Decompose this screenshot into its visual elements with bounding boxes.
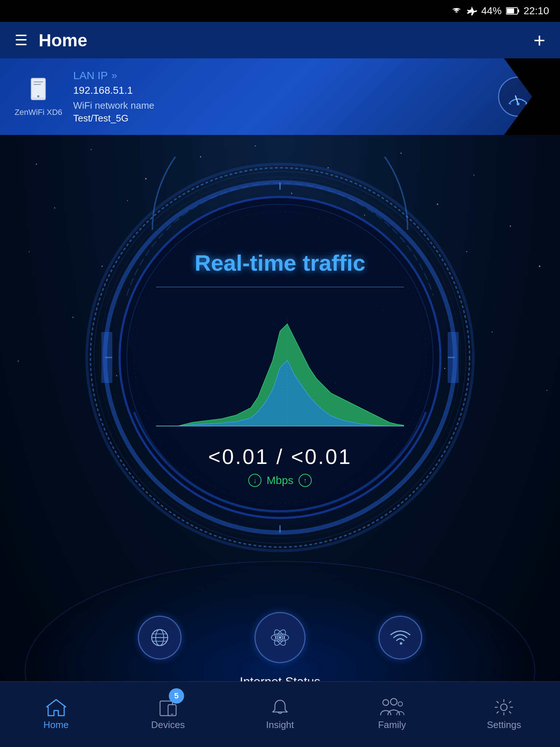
wifi-status-icon bbox=[451, 6, 462, 16]
internet-button[interactable] bbox=[138, 616, 182, 659]
wifi-name-label: WiFi network name bbox=[73, 100, 498, 111]
nav-insight-label: Insight bbox=[266, 719, 294, 731]
traffic-unit-row: ↓ Mbps ↑ bbox=[248, 474, 311, 487]
home-icon bbox=[46, 698, 66, 716]
router-icon bbox=[26, 76, 51, 105]
lan-ip-value: 192.168.51.1 bbox=[73, 85, 498, 96]
battery-text: 44% bbox=[481, 5, 502, 17]
hamburger-button[interactable]: ☰ bbox=[15, 32, 28, 49]
traffic-unit-label: Mbps bbox=[267, 474, 293, 487]
nav-home-label: Home bbox=[43, 719, 69, 731]
svg-point-35 bbox=[73, 317, 74, 318]
svg-point-26 bbox=[510, 226, 511, 227]
traffic-title: Real-time traffic bbox=[195, 250, 366, 276]
nav-devices-label: Devices bbox=[151, 719, 185, 731]
lan-ip-row: LAN IP » bbox=[73, 69, 498, 82]
svg-point-45 bbox=[547, 390, 547, 391]
svg-point-27 bbox=[29, 251, 30, 252]
globe-icon bbox=[149, 627, 171, 649]
traffic-separator: / bbox=[276, 445, 291, 468]
svg-point-81 bbox=[501, 704, 507, 711]
device-banner[interactable]: ZenWiFi XD6 LAN IP » 192.168.51.1 WiFi n… bbox=[0, 58, 560, 135]
time-text: 22:10 bbox=[524, 5, 549, 17]
speedometer-icon bbox=[505, 86, 531, 108]
nav-item-insight[interactable]: Insight bbox=[224, 682, 336, 747]
download-value: <0.01 bbox=[208, 445, 269, 468]
svg-point-18 bbox=[401, 153, 402, 154]
svg-rect-6 bbox=[34, 84, 41, 85]
status-bar: 44% 22:10 bbox=[0, 0, 560, 22]
lan-ip-label: LAN IP bbox=[73, 69, 108, 82]
traffic-chart bbox=[156, 295, 404, 433]
svg-marker-74 bbox=[47, 700, 66, 716]
traffic-circle-container: Real-time traffic bbox=[79, 157, 481, 558]
main-content-area: Real-time traffic bbox=[0, 135, 560, 707]
nav-item-family[interactable]: Family bbox=[336, 682, 448, 747]
svg-point-16 bbox=[255, 146, 256, 146]
svg-point-80 bbox=[398, 702, 402, 706]
traffic-values: <0.01 / <0.01 bbox=[208, 444, 352, 469]
network-center-button[interactable] bbox=[254, 612, 306, 663]
bottom-nav-bar: Home 5 Devices Insight bbox=[0, 681, 560, 747]
nav-settings-label: Settings bbox=[487, 719, 521, 731]
svg-rect-59 bbox=[448, 332, 459, 383]
top-nav-bar: ☰ Home + bbox=[0, 22, 560, 58]
svg-point-7 bbox=[37, 95, 39, 97]
device-info: LAN IP » 192.168.51.1 WiFi network name … bbox=[73, 69, 498, 124]
nav-item-home[interactable]: Home bbox=[0, 682, 112, 747]
svg-rect-2 bbox=[518, 9, 519, 12]
svg-point-12 bbox=[36, 164, 37, 165]
family-icon bbox=[379, 698, 405, 716]
svg-point-78 bbox=[383, 700, 389, 705]
airplane-icon bbox=[467, 6, 477, 16]
speedtest-button[interactable] bbox=[498, 77, 538, 117]
device-icon-wrapper: ZenWiFi XD6 bbox=[15, 76, 62, 117]
separator-line bbox=[156, 287, 404, 287]
svg-rect-5 bbox=[34, 81, 43, 82]
nav-item-devices[interactable]: 5 Devices bbox=[112, 682, 224, 747]
wifi-button[interactable] bbox=[378, 616, 422, 659]
wifi-icon bbox=[389, 627, 411, 649]
settings-icon bbox=[494, 698, 514, 716]
svg-point-40 bbox=[18, 360, 19, 362]
nav-item-settings[interactable]: Settings bbox=[448, 682, 560, 747]
device-name-label: ZenWiFi XD6 bbox=[15, 108, 62, 117]
svg-point-79 bbox=[390, 698, 397, 705]
battery-icon bbox=[506, 7, 519, 15]
download-icon: ↓ bbox=[248, 474, 261, 487]
upload-icon: ↑ bbox=[299, 474, 312, 487]
forward-arrow-icon: » bbox=[112, 70, 117, 81]
svg-point-20 bbox=[54, 208, 55, 209]
svg-rect-1 bbox=[507, 8, 514, 13]
network-icon bbox=[269, 627, 291, 649]
svg-point-9 bbox=[517, 102, 520, 105]
nav-family-label: Family bbox=[378, 719, 406, 731]
wifi-ssid-value: Test/Test_5G bbox=[73, 113, 498, 124]
insight-icon bbox=[270, 698, 290, 716]
traffic-chart-svg bbox=[156, 295, 404, 433]
traffic-circle-outer: Real-time traffic bbox=[79, 157, 481, 558]
svg-point-13 bbox=[91, 149, 92, 150]
traffic-inner-panel: Real-time traffic bbox=[143, 221, 417, 494]
upload-value: <0.01 bbox=[291, 445, 352, 468]
svg-point-39 bbox=[492, 332, 493, 332]
devices-badge: 5 bbox=[169, 688, 184, 704]
svg-point-73 bbox=[279, 636, 281, 639]
bottom-circle-buttons bbox=[138, 612, 422, 663]
add-button[interactable]: + bbox=[533, 28, 545, 52]
status-icons: 44% 22:10 bbox=[451, 5, 549, 17]
svg-point-34 bbox=[539, 266, 540, 267]
svg-rect-58 bbox=[101, 332, 112, 383]
page-title: Home bbox=[39, 30, 533, 50]
